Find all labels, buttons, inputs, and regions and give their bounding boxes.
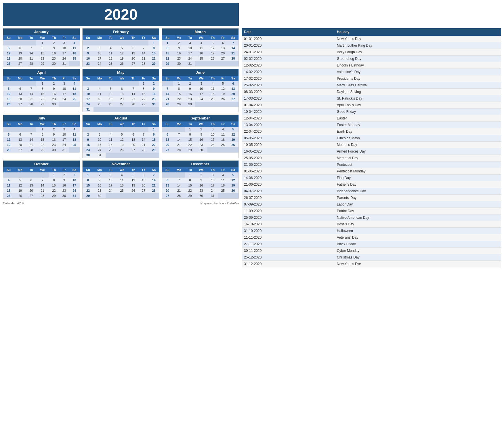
day-cell [3,127,14,132]
holiday-name: Earth Day [335,128,501,135]
holiday-row: 05-05-2020Cinco de Mayo [242,135,501,142]
holiday-row: 31-12-2020New Year's Eve [242,261,501,267]
holiday-date: 25-05-2020 [242,155,335,161]
day-cell: 12 [3,51,14,56]
day-cell: 15 [36,137,49,142]
day-cell: 27 [162,147,173,153]
day-cell: 17 [207,183,218,188]
day-cell: 17 [195,91,207,96]
day-cell [106,81,116,86]
day-cell: 17 [93,56,106,61]
day-cell [106,127,116,132]
day-cell: 18 [116,183,128,188]
holiday-row: 12-04-2020Easter [242,115,501,122]
day-cell: 22 [36,142,49,147]
day-cell: 5 [228,172,238,178]
day-cell: 20 [26,188,36,193]
day-cell: 29 [139,102,148,107]
day-cell: 26 [116,61,128,66]
month-title-july: July [3,115,80,121]
day-cell: 16 [93,183,106,188]
holiday-name: Labor Day [335,201,501,208]
holiday-name: New Year's Eve [335,261,501,267]
holiday-row: 24-01-2020Belly Laugh Day [242,49,501,56]
day-cell: 3 [93,45,106,51]
holiday-name: Mardi Gras Carnival [335,82,501,89]
day-cell: 4 [218,127,228,132]
day-cell [148,153,159,158]
holiday-date: 10-04-2020 [242,109,335,115]
holiday-name: St. Patrick's Day [335,95,501,102]
day-header-mo: Mo [173,167,185,172]
day-cell: 17 [106,183,116,188]
day-cell: 5 [218,81,228,86]
day-cell: 25 [106,61,116,66]
day-cell: 26 [116,147,128,153]
holiday-date: 17-03-2020 [242,95,335,102]
day-cell: 21 [173,142,185,147]
day-cell: 20 [162,188,173,193]
day-cell: 18 [106,142,116,147]
day-cell: 29 [36,102,49,107]
day-cell: 28 [148,188,159,193]
day-cell: 25 [106,147,116,153]
day-cell: 15 [49,183,59,188]
day-cell: 30 [59,193,69,198]
day-header-th: Th [128,76,139,81]
day-header-sa: Sa [228,167,238,172]
day-header-fr: Fr [218,121,228,127]
day-cell: 21 [139,56,148,61]
day-cell: 3 [59,81,69,86]
day-cell: 18 [218,183,228,188]
day-cell: 24 [59,142,69,147]
day-cell: 9 [83,137,93,142]
month-table-july: SuMoTuWeThFrSa12345678910111213141516171… [3,121,80,153]
day-cell: 17 [185,51,195,56]
holiday-date: 01-04-2020 [242,102,335,109]
day-cell: 24 [59,96,69,102]
holiday-row: 16-05-2020Armed Forces Day [242,148,501,155]
day-cell: 4 [116,172,128,178]
day-cell: 18 [207,91,218,96]
day-cell [228,193,238,198]
day-cell: 17 [59,91,69,96]
day-cell: 13 [162,137,173,142]
day-cell: 9 [93,178,106,183]
day-cell: 6 [128,132,139,137]
day-cell: 25 [3,193,14,198]
holiday-name: Daylight Saving [335,89,501,95]
day-cell: 4 [195,40,207,45]
day-cell: 11 [218,132,228,137]
day-cell: 12 [116,51,128,56]
day-cell: 6 [26,178,36,183]
day-cell: 15 [139,91,148,96]
day-header-su: Su [3,167,14,172]
day-cell: 21 [228,51,238,56]
day-cell: 30 [195,193,207,198]
day-cell: 26 [3,147,14,153]
day-cell: 15 [148,137,159,142]
day-cell: 13 [14,91,26,96]
day-cell: 12 [116,137,128,142]
day-cell: 9 [195,132,207,137]
day-header-su: Su [162,121,173,127]
day-cell: 12 [128,178,139,183]
day-header-th: Th [207,121,218,127]
day-cell: 20 [128,142,139,147]
day-cell: 1 [185,172,195,178]
day-cell: 12 [228,132,238,137]
holiday-row: 25-02-2020Mardi Gras Carnival [242,82,501,89]
holiday-date: 21-06-2020 [242,181,335,188]
day-cell: 15 [148,51,159,56]
day-cell [218,147,228,153]
day-cell: 26 [128,188,139,193]
day-cell: 10 [59,45,69,51]
day-cell: 16 [195,137,207,142]
day-cell: 7 [26,132,36,137]
holiday-date: 07-09-2020 [242,201,335,208]
holiday-row: 14-02-2020Valentine's Day [242,69,501,75]
day-header-we: We [36,35,49,40]
day-cell: 2 [148,81,159,86]
holiday-date: 16-05-2020 [242,148,335,155]
holiday-row: 25-09-2020Native American Day [242,214,501,221]
